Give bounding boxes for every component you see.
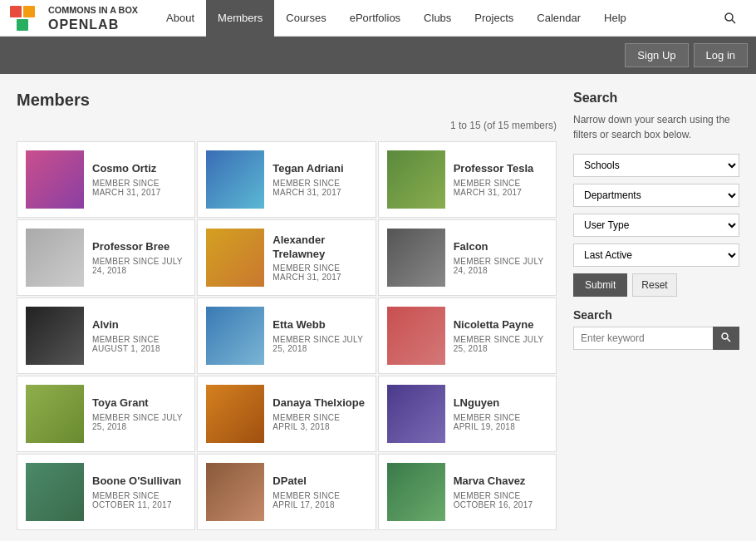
member-info: Professor TeslaMEMBER SINCE MARCH 31, 20… [454, 162, 547, 197]
member-since: MEMBER SINCE JULY 24, 2018 [454, 257, 547, 275]
nav-help[interactable]: Help [592, 0, 638, 37]
member-name: Etta Webb [272, 318, 366, 332]
member-name: Boone O'Sullivan [92, 475, 186, 489]
member-card[interactable]: DPatelMEMBER SINCE APRIL 17, 2018 [197, 454, 376, 530]
member-card[interactable]: Cosmo OrtizMEMBER SINCE MARCH 31, 2017 [17, 141, 195, 218]
page-title: Members [17, 91, 557, 110]
member-card[interactable]: Alexander TrelawneyMEMBER SINCE MARCH 31… [197, 219, 376, 296]
nav-calendar[interactable]: Calendar [525, 0, 592, 37]
nav-courses[interactable]: Courses [274, 0, 337, 37]
search-icon[interactable] [713, 0, 748, 37]
member-info: LNguyenMEMBER SINCE APRIL 19, 2018 [454, 396, 547, 431]
search-sidebar: Search Narrow down your search using the… [573, 91, 739, 530]
member-name: Professor Tesla [454, 162, 547, 176]
departments-filter[interactable]: Departments [573, 184, 739, 207]
member-card[interactable]: Danaya ThelxiopeMEMBER SINCE APRIL 3, 20… [197, 376, 376, 452]
site-header: COMMONS IN A BOX OPENLAB About Members C… [0, 0, 756, 37]
member-name: LNguyen [454, 396, 547, 411]
submit-button[interactable]: Submit [573, 273, 627, 297]
nav-projects[interactable]: Projects [463, 0, 525, 37]
search-sidebar-title: Search [573, 91, 739, 106]
member-info: AlvinMEMBER SINCE AUGUST 1, 2018 [92, 318, 186, 353]
member-info: DPatelMEMBER SINCE APRIL 17, 2018 [272, 475, 366, 509]
member-info: Cosmo OrtizMEMBER SINCE MARCH 31, 2017 [92, 162, 186, 197]
member-info: Etta WebbMEMBER SINCE JULY 25, 2018 [272, 318, 366, 353]
member-card[interactable]: Etta WebbMEMBER SINCE JULY 25, 2018 [197, 298, 376, 374]
nav-members[interactable]: Members [206, 0, 274, 37]
member-since: MEMBER SINCE OCTOBER 11, 2017 [92, 491, 186, 509]
nav-clubs[interactable]: Clubs [412, 0, 463, 37]
reset-button[interactable]: Reset [632, 273, 676, 297]
member-info: Nicoletta PayneMEMBER SINCE JULY 25, 201… [454, 318, 547, 353]
member-name: Alvin [92, 318, 186, 332]
svg-rect-0 [10, 6, 22, 17]
member-card[interactable]: Boone O'SullivanMEMBER SINCE OCTOBER 11,… [17, 454, 195, 530]
member-name: Danaya Thelxiope [272, 396, 366, 411]
logo-text: COMMONS IN A BOX OPENLAB [48, 3, 138, 32]
members-section: Members 1 to 15 (of 15 members) Cosmo Or… [17, 91, 557, 530]
member-since: MEMBER SINCE MARCH 31, 2017 [272, 263, 366, 282]
member-info: Tegan AdrianiMEMBER SINCE MARCH 31, 2017 [272, 162, 366, 197]
member-since: MEMBER SINCE AUGUST 1, 2018 [92, 335, 186, 353]
member-info: Danaya ThelxiopeMEMBER SINCE APRIL 3, 20… [272, 396, 366, 431]
search-go-button[interactable] [713, 327, 739, 350]
member-info: Marva ChavezMEMBER SINCE OCTOBER 16, 201… [454, 475, 547, 509]
member-since: MEMBER SINCE MARCH 31, 2017 [272, 179, 366, 197]
member-name: DPatel [272, 475, 366, 489]
svg-rect-1 [23, 6, 35, 17]
member-info: Professor BreeMEMBER SINCE JULY 24, 2018 [92, 240, 186, 275]
main-nav: About Members Courses ePortfolios Clubs … [155, 0, 748, 37]
search-input[interactable] [573, 327, 713, 350]
member-name: Alexander Trelawney [272, 234, 366, 262]
svg-line-6 [728, 339, 731, 342]
member-card[interactable]: FalconMEMBER SINCE JULY 24, 2018 [378, 219, 557, 296]
search-description: Narrow down your search using the filter… [573, 112, 739, 142]
member-since: MEMBER SINCE MARCH 31, 2017 [92, 179, 186, 197]
member-card[interactable]: Marva ChavezMEMBER SINCE OCTOBER 16, 201… [378, 454, 557, 530]
svg-point-3 [725, 13, 733, 21]
member-card[interactable]: AlvinMEMBER SINCE AUGUST 1, 2018 [17, 298, 195, 374]
member-name: Tegan Adriani [272, 162, 366, 176]
member-name: Falcon [454, 240, 547, 254]
nav-about[interactable]: About [155, 0, 206, 37]
search-box-label: Search [573, 308, 739, 322]
member-info: Toya GrantMEMBER SINCE JULY 25, 2018 [92, 396, 186, 431]
main-content: Members 1 to 15 (of 15 members) Cosmo Or… [0, 74, 756, 541]
member-name: Cosmo Ortiz [92, 162, 186, 176]
site-logo[interactable]: COMMONS IN A BOX OPENLAB [8, 3, 138, 32]
svg-rect-2 [17, 19, 28, 31]
login-button[interactable]: Log in [694, 43, 748, 67]
member-since: MEMBER SINCE OCTOBER 16, 2017 [454, 491, 547, 509]
member-card[interactable]: Tegan AdrianiMEMBER SINCE MARCH 31, 2017 [197, 141, 376, 218]
svg-line-4 [732, 20, 735, 23]
member-name: Professor Bree [92, 240, 186, 254]
user-type-filter[interactable]: User Type [573, 214, 739, 237]
member-name: Marva Chavez [454, 475, 547, 489]
member-since: MEMBER SINCE JULY 25, 2018 [92, 413, 186, 431]
svg-point-5 [722, 333, 728, 339]
last-active-filter[interactable]: Last Active [573, 243, 739, 267]
nav-eportfolios[interactable]: ePortfolios [338, 0, 412, 37]
member-card[interactable]: Toya GrantMEMBER SINCE JULY 25, 2018 [17, 376, 195, 452]
search-input-row [573, 327, 739, 350]
member-grid: Cosmo OrtizMEMBER SINCE MARCH 31, 2017Te… [17, 141, 557, 530]
filter-buttons: Submit Reset [573, 273, 739, 297]
signup-button[interactable]: Sign Up [625, 43, 688, 67]
member-info: Alexander TrelawneyMEMBER SINCE MARCH 31… [272, 234, 366, 283]
member-since: MEMBER SINCE APRIL 3, 2018 [272, 413, 366, 431]
member-since: MEMBER SINCE JULY 24, 2018 [92, 257, 186, 275]
member-card[interactable]: Nicoletta PayneMEMBER SINCE JULY 25, 201… [378, 298, 557, 374]
member-since: MEMBER SINCE MARCH 31, 2017 [454, 179, 547, 197]
member-since: MEMBER SINCE JULY 25, 2018 [272, 335, 366, 353]
member-name: Nicoletta Payne [454, 318, 547, 332]
member-info: Boone O'SullivanMEMBER SINCE OCTOBER 11,… [92, 475, 186, 509]
member-card[interactable]: LNguyenMEMBER SINCE APRIL 19, 2018 [378, 376, 557, 452]
member-card[interactable]: Professor TeslaMEMBER SINCE MARCH 31, 20… [378, 141, 557, 218]
member-name: Toya Grant [92, 396, 186, 411]
member-card[interactable]: Professor BreeMEMBER SINCE JULY 24, 2018 [17, 219, 195, 296]
member-since: MEMBER SINCE APRIL 17, 2018 [272, 491, 366, 509]
result-count: 1 to 15 (of 15 members) [17, 120, 557, 131]
auth-bar: Sign Up Log in [0, 37, 756, 74]
schools-filter[interactable]: Schools [573, 154, 739, 177]
member-since: MEMBER SINCE JULY 25, 2018 [454, 335, 547, 353]
